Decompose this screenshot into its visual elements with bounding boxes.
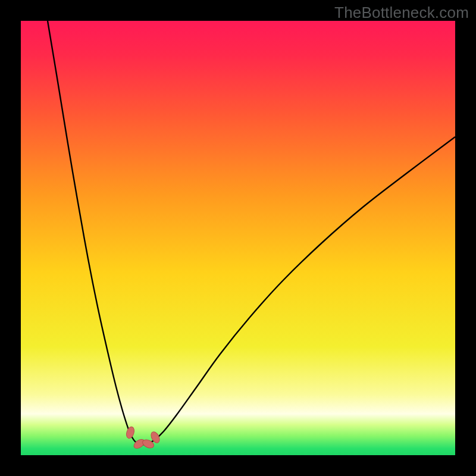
curve-left — [48, 21, 143, 444]
curve-right — [143, 137, 455, 444]
curve-layer — [21, 21, 455, 455]
watermark-text: TheBottleneck.com — [334, 4, 469, 22]
marker-left-upper — [125, 426, 136, 440]
markers-group — [125, 426, 161, 450]
outer-frame: TheBottleneck.com — [0, 0, 476, 476]
plot-area — [21, 21, 455, 455]
